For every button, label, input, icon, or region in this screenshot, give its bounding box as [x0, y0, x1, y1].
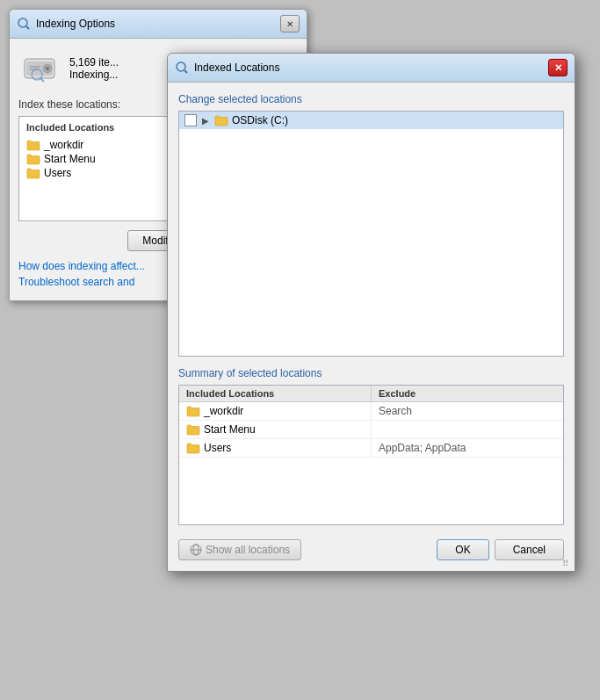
location-name-startmenu: Start Menu: [44, 153, 96, 165]
fg-title-bar: Indexed Locations ✕: [168, 54, 575, 83]
svg-point-10: [177, 62, 185, 71]
indexing-options-icon: [17, 17, 31, 31]
summary-label: Summary of selected locations: [178, 367, 564, 379]
summary-row-workdir: _workdir Search: [179, 402, 563, 421]
bg-window-title: Indexing Options: [36, 18, 115, 30]
indexed-locations-dialog: Indexed Locations ✕ Change selected loca…: [167, 53, 575, 572]
svg-line-11: [184, 70, 187, 73]
folder-icon-osdisk: [214, 114, 228, 126]
resize-grip-icon: ⠿: [562, 559, 573, 569]
osdisk-label: OSDisk (C:): [232, 114, 288, 126]
summary-header-row: Included Locations Exclude: [179, 386, 563, 402]
summary-row-users: Users AppData; AppData: [179, 439, 563, 458]
fg-dialog-title: Indexed Locations: [194, 61, 279, 74]
svg-line-9: [40, 78, 44, 82]
cancel-button[interactable]: Cancel: [495, 539, 564, 560]
indexed-locations-icon: [175, 61, 189, 75]
stats-count: 5,169 ite...: [69, 56, 119, 69]
fg-title-left: Indexed Locations: [175, 61, 279, 75]
folder-icon-users: [26, 167, 40, 179]
exclude-col-header: Exclude: [371, 386, 563, 401]
summary-row-startmenu: Start Menu: [179, 421, 563, 439]
stats-info: 5,169 ite... Indexing...: [69, 56, 119, 81]
svg-point-5: [46, 67, 49, 70]
indexing-status: Indexing...: [69, 69, 119, 81]
summary-cell-startmenu: Start Menu: [179, 421, 371, 438]
summary-startmenu-name: Start Menu: [204, 423, 256, 436]
expand-arrow-icon[interactable]: ▶: [200, 115, 211, 126]
included-locations-col-header: Included Locations: [179, 386, 371, 401]
bg-close-button[interactable]: ✕: [280, 15, 300, 32]
locations-tree-box[interactable]: ▶ OSDisk (C:): [178, 111, 564, 357]
hdd-icon: [21, 50, 58, 87]
svg-point-0: [18, 18, 27, 27]
folder-icon-summary-users: [186, 442, 200, 454]
ok-button[interactable]: OK: [437, 539, 488, 560]
fg-close-button[interactable]: ✕: [548, 59, 567, 76]
bottom-button-row: Show all locations OK Cancel: [178, 536, 564, 560]
folder-icon-summary-startmenu: [186, 423, 200, 436]
summary-workdir-exclude: Search: [371, 402, 563, 420]
summary-cell-workdir: _workdir: [179, 402, 371, 420]
location-name-workdir: _workdir: [44, 139, 83, 151]
fg-dialog-body: Change selected locations ▶ OSDisk (C:) …: [168, 83, 575, 571]
drive-icon-container: [18, 47, 61, 90]
globe-icon: [190, 544, 202, 556]
summary-startmenu-exclude: [371, 421, 563, 438]
summary-users-name: Users: [204, 442, 231, 454]
tree-item-osdisk[interactable]: ▶ OSDisk (C:): [179, 112, 563, 129]
folder-icon-startmenu: [26, 153, 40, 165]
summary-users-exclude: AppData; AppData: [371, 439, 563, 457]
svg-line-1: [26, 26, 29, 29]
summary-box: Included Locations Exclude _workdir Sear…: [178, 385, 564, 525]
bg-title-controls: ✕: [280, 15, 300, 32]
bg-title-left: Indexing Options: [17, 17, 115, 31]
show-all-locations-button[interactable]: Show all locations: [178, 539, 301, 560]
change-locations-label: Change selected locations: [178, 93, 564, 105]
ok-cancel-group: OK Cancel: [437, 539, 564, 560]
folder-icon-workdir: [26, 139, 40, 151]
osdisk-checkbox[interactable]: [184, 114, 197, 126]
location-name-users: Users: [44, 167, 71, 179]
folder-icon-summary-workdir: [186, 405, 200, 417]
summary-cell-users: Users: [179, 439, 371, 457]
bg-title-bar: Indexing Options ✕: [10, 10, 307, 39]
summary-workdir-name: _workdir: [204, 405, 243, 417]
show-all-label: Show all locations: [206, 544, 290, 556]
